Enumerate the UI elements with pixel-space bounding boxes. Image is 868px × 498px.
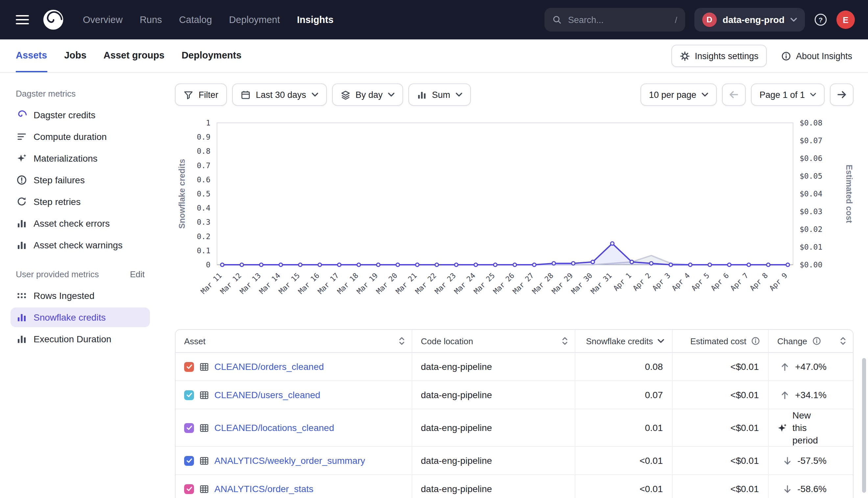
sidebar-item-label: Step retries (34, 196, 80, 207)
sidebar-item-asset-check-warnings[interactable]: Asset check warnings (11, 235, 150, 255)
row-checkbox[interactable] (184, 362, 194, 371)
svg-text:Estimated cost: Estimated cost (845, 165, 854, 223)
user-avatar[interactable]: E (837, 11, 855, 29)
change-cell: +34.1% (769, 381, 853, 409)
row-checkbox[interactable] (184, 484, 194, 494)
credits-value: 0.08 (645, 361, 663, 372)
asset-link[interactable]: CLEANED/orders_cleaned (214, 361, 324, 372)
deployment-badge: D (702, 12, 717, 27)
nav-catalog[interactable]: Catalog (179, 14, 212, 25)
nav-runs[interactable]: Runs (140, 14, 162, 25)
svg-text:$0.06: $0.06 (800, 154, 822, 162)
pagination-controls: 10 per page Page 1 of 1 (640, 83, 854, 106)
svg-text:0.4: 0.4 (196, 204, 210, 212)
sidebar-item-dagster-credits[interactable]: Dagster credits (11, 105, 150, 125)
svg-text:Apr 1: Apr 1 (612, 271, 633, 293)
asset-cell: CLEANED/users_cleaned (176, 381, 412, 409)
svg-text:0.3: 0.3 (196, 218, 210, 226)
row-checkbox[interactable] (184, 390, 194, 400)
cost-value: <$0.01 (730, 484, 759, 494)
sidebar-item-label: Compute duration (34, 131, 107, 142)
column-header-estimated-cost[interactable]: Estimated cost (673, 330, 769, 352)
help-button[interactable]: ? (814, 13, 827, 26)
sidebar-item-step-failures[interactable]: Step failures (11, 170, 150, 190)
svg-text:0.8: 0.8 (196, 147, 210, 155)
prev-page-button[interactable] (722, 83, 746, 106)
tab-deployments[interactable]: Deployments (181, 39, 241, 72)
sidebar-item-snowflake-credits[interactable]: Snowflake credits (11, 307, 150, 327)
asset-link[interactable]: ANALYTICS/order_stats (214, 484, 313, 494)
change-cell: -57.5% (769, 447, 853, 474)
sidebar-item-label: Execution Duration (34, 334, 112, 344)
svg-text:Mar 27: Mar 27 (511, 271, 536, 296)
svg-text:Mar 21: Mar 21 (394, 271, 419, 296)
column-header-code-location[interactable]: Code location (412, 330, 575, 352)
insights-settings-button[interactable]: Insights settings (671, 45, 767, 67)
sidebar-item-label: Rows Ingested (34, 290, 94, 301)
svg-text:$0.08: $0.08 (800, 119, 822, 127)
trend-up-icon (780, 362, 790, 371)
asset-link[interactable]: ANALYTICS/weekly_order_summary (214, 455, 365, 466)
svg-text:Mar 16: Mar 16 (296, 271, 321, 296)
row-checkbox[interactable] (184, 456, 194, 466)
per-page-dropdown[interactable]: 10 per page (640, 83, 717, 106)
next-page-button[interactable] (830, 83, 854, 106)
primary-nav: Overview Runs Catalog Deployment Insight… (83, 14, 334, 25)
granularity-dropdown[interactable]: By day (332, 83, 403, 106)
refresh-icon (16, 196, 27, 207)
deployment-switcher[interactable]: D data-eng-prod (694, 8, 805, 31)
svg-text:1: 1 (206, 119, 210, 127)
svg-text:$0.00: $0.00 (800, 261, 822, 269)
tab-jobs[interactable]: Jobs (64, 39, 87, 72)
nav-overview[interactable]: Overview (83, 14, 123, 25)
cost-value: <$0.01 (730, 390, 759, 400)
tab-asset-groups[interactable]: Asset groups (104, 39, 164, 72)
nav-right: / D data-eng-prod ? E (545, 8, 855, 31)
table-row: ANALYTICS/order_stats data-eng-pipeline … (176, 475, 853, 498)
sidebar-item-asset-check-errors[interactable]: Asset check errors (11, 213, 150, 233)
nav-insights[interactable]: Insights (297, 14, 333, 25)
code-location-value: data-eng-pipeline (421, 455, 492, 466)
svg-text:$0.01: $0.01 (800, 243, 822, 251)
aggregation-dropdown[interactable]: Sum (408, 83, 471, 106)
svg-text:0: 0 (206, 261, 210, 269)
date-range-dropdown[interactable]: Last 30 days (232, 83, 327, 106)
aggregation-label: Sum (432, 90, 450, 100)
search-shortcut-hint: / (675, 15, 677, 25)
column-header-snowflake-credits[interactable]: Snowflake credits (575, 330, 673, 352)
assets-table: Asset Code location Snowflake credits Es… (175, 329, 854, 498)
gear-icon (680, 51, 689, 61)
cost-cell: <$0.01 (673, 353, 769, 380)
svg-text:Mar 24: Mar 24 (453, 271, 477, 296)
tabbar-right: Insights settings About Insights (671, 39, 852, 72)
dots-icon (16, 290, 27, 301)
column-header-asset[interactable]: Asset (176, 330, 412, 352)
asset-link[interactable]: CLEANED/locations_cleaned (214, 423, 334, 433)
nav-deployment[interactable]: Deployment (229, 14, 280, 25)
tab-assets[interactable]: Assets (16, 39, 47, 72)
search-input[interactable] (567, 14, 648, 25)
menu-button[interactable] (13, 12, 31, 28)
sidebar-item-compute-duration[interactable]: Compute duration (11, 127, 150, 146)
code-location-value: data-eng-pipeline (421, 423, 492, 433)
sidebar-item-step-retries[interactable]: Step retries (11, 192, 150, 212)
svg-text:0.2: 0.2 (196, 232, 210, 241)
column-header-change[interactable]: Change (769, 330, 853, 352)
credits-cost-chart: 00.10.20.30.40.50.60.70.80.91$0.00$0.01$… (175, 115, 854, 316)
filter-button[interactable]: Filter (175, 83, 227, 106)
sidebar-item-rows-ingested[interactable]: Rows Ingested (11, 286, 150, 305)
app: Overview Runs Catalog Deployment Insight… (0, 0, 868, 498)
row-checkbox[interactable] (184, 423, 194, 433)
bar-chart-icon (16, 218, 27, 228)
search-icon (552, 15, 562, 24)
about-insights-link[interactable]: About Insights (781, 51, 852, 61)
page-indicator-dropdown[interactable]: Page 1 of 1 (751, 83, 825, 106)
sidebar-item-materializations[interactable]: Materializations (11, 148, 150, 168)
scrollbar[interactable] (862, 358, 866, 493)
sidebar-item-execution-duration[interactable]: Execution Duration (11, 329, 150, 349)
table-grid-icon (199, 423, 209, 433)
svg-text:Apr 7: Apr 7 (729, 271, 750, 293)
asset-link[interactable]: CLEANED/users_cleaned (214, 390, 320, 400)
credits-cell: 0.01 (575, 409, 673, 446)
edit-user-metrics-link[interactable]: Edit (130, 270, 145, 279)
